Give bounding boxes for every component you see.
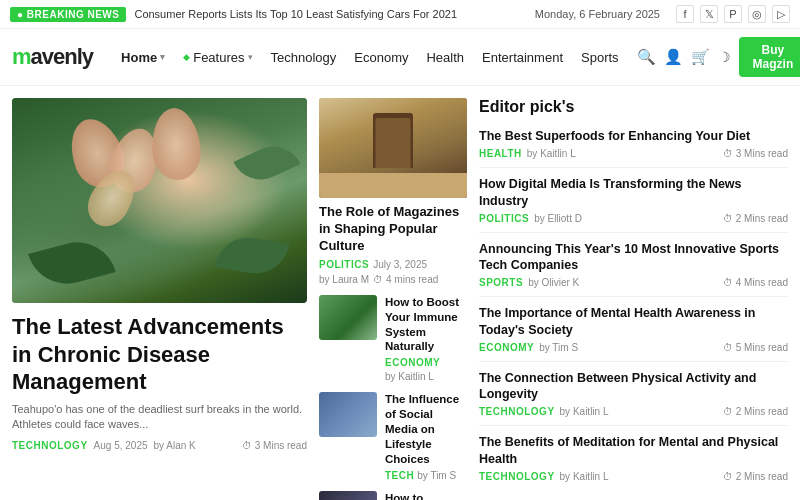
logo-text: avenly: [31, 44, 94, 69]
hero-subtitle: Teahupo'o has one of the deadliest surf …: [12, 402, 307, 433]
small-article-1: The Influence of Social Media on Lifesty…: [319, 392, 467, 481]
breaking-right: Monday, 6 February 2025 f 𝕏 P ◎ ▷: [535, 5, 790, 23]
user-icon[interactable]: 👤: [664, 48, 683, 66]
pick-title-4: The Connection Between Physical Activity…: [479, 370, 788, 403]
clock-icon: ⏱: [723, 213, 733, 224]
cart-icon[interactable]: 🛒: [691, 48, 710, 66]
small-title-2: How to Recognize and Address Burnout: [385, 491, 467, 500]
featured-date: July 3, 2025: [373, 259, 427, 270]
featured-tag[interactable]: POLITICS: [319, 259, 369, 270]
nav-sports[interactable]: Sports: [573, 45, 627, 70]
pick-meta-1: POLITICS by Elliott D ⏱ 2 Mins read: [479, 213, 788, 224]
editor-picks-title: Editor pick's: [479, 98, 788, 116]
pick-item-3: The Importance of Mental Health Awarenes…: [479, 305, 788, 362]
nav-features[interactable]: ◆ Features ▾: [175, 45, 260, 70]
featured-meta: POLITICS July 3, 2025 by Laura M ⏱ 4 min…: [319, 259, 467, 285]
small-content-1: The Influence of Social Media on Lifesty…: [385, 392, 467, 481]
pick-tag-5[interactable]: TECHNOLOGY: [479, 471, 555, 482]
clock-icon: ⏱: [373, 274, 383, 285]
pick-author-4: by Kaitlin L: [560, 406, 609, 417]
featured-author: by Laura M: [319, 274, 369, 285]
small-meta-0: ECONOMY by Kaitlin L: [385, 357, 467, 382]
pick-title-0: The Best Superfoods for Enhancing Your D…: [479, 128, 788, 144]
facebook-icon[interactable]: f: [676, 5, 694, 23]
small-image-0: [319, 295, 377, 340]
hero-author: by Alan K: [154, 440, 196, 451]
diamond-icon: ◆: [183, 52, 190, 62]
featured-read: ⏱ 4 mins read: [373, 274, 438, 285]
youtube-icon[interactable]: ▷: [772, 5, 790, 23]
small-content-0: How to Boost Your Immune System Naturall…: [385, 295, 467, 383]
small-article-2: How to Recognize and Address Burnout SPO…: [319, 491, 467, 500]
middle-column: The Role of Magazines in Shaping Popular…: [319, 98, 467, 500]
pick-author-0: by Kaitlin L: [527, 148, 576, 159]
search-icon[interactable]: 🔍: [637, 48, 656, 66]
pick-tag-2[interactable]: SPORTS: [479, 277, 523, 288]
hero-read-time: ⏱ 3 Mins read: [242, 440, 307, 451]
hero-date: Aug 5, 2025: [94, 440, 148, 451]
pick-title-3: The Importance of Mental Health Awarenes…: [479, 305, 788, 338]
chevron-icon: ▾: [160, 52, 165, 62]
header-actions: 🔍 👤 🛒 ☽ Buy Magzin ≡: [637, 37, 800, 77]
small-tag-1[interactable]: TECH: [385, 470, 414, 481]
clock-icon: ⏱: [723, 148, 733, 159]
pick-author-5: by Kaitlin L: [560, 471, 609, 482]
instagram-icon[interactable]: ◎: [748, 5, 766, 23]
editor-picks: Editor pick's The Best Superfoods for En…: [479, 98, 788, 500]
nav-economy[interactable]: Economy: [346, 45, 416, 70]
featured-article: The Role of Magazines in Shaping Popular…: [319, 98, 467, 285]
pick-meta-5: TECHNOLOGY by Kaitlin L ⏱ 2 Mins read: [479, 471, 788, 482]
small-meta-1: TECH by Tim S: [385, 470, 467, 481]
pick-item-4: The Connection Between Physical Activity…: [479, 370, 788, 427]
small-tag-0[interactable]: ECONOMY: [385, 357, 440, 368]
small-author-0: by Kaitlin L: [385, 371, 434, 382]
small-content-2: How to Recognize and Address Burnout SPO…: [385, 491, 467, 500]
nav-health[interactable]: Health: [418, 45, 472, 70]
pick-read-5: ⏱ 2 Mins read: [723, 471, 788, 482]
pick-read-3: ⏱ 5 Mins read: [723, 342, 788, 353]
breaking-bar: ● BREAKING NEWS Consumer Reports Lists I…: [0, 0, 800, 29]
small-title-0: How to Boost Your Immune System Naturall…: [385, 295, 467, 355]
featured-title: The Role of Magazines in Shaping Popular…: [319, 204, 467, 255]
featured-image: [319, 98, 467, 198]
twitter-icon[interactable]: 𝕏: [700, 5, 718, 23]
pick-read-2: ⏱ 4 Mins read: [723, 277, 788, 288]
clock-icon: ⏱: [723, 471, 733, 482]
pick-title-2: Announcing This Year's 10 Most Innovativ…: [479, 241, 788, 274]
small-image-1: [319, 392, 377, 437]
header: mavenly Home ▾ ◆ Features ▾ Technology E…: [0, 29, 800, 86]
clock-icon: ⏱: [723, 406, 733, 417]
breaking-tag: ● BREAKING NEWS: [10, 7, 126, 22]
clock-icon: ⏱: [723, 277, 733, 288]
hero-meta: TECHNOLOGY Aug 5, 2025 by Alan K ⏱ 3 Min…: [12, 440, 307, 451]
hero-image: [12, 98, 307, 303]
small-article-0: How to Boost Your Immune System Naturall…: [319, 295, 467, 383]
small-author-1: by Tim S: [417, 470, 456, 481]
nav-entertainment[interactable]: Entertainment: [474, 45, 571, 70]
pick-tag-4[interactable]: TECHNOLOGY: [479, 406, 555, 417]
pick-tag-0[interactable]: HEALTH: [479, 148, 522, 159]
hero-article: The Latest Advancements in Chronic Disea…: [12, 98, 307, 500]
pick-tag-1[interactable]: POLITICS: [479, 213, 529, 224]
nav-home[interactable]: Home ▾: [113, 45, 173, 70]
buy-button[interactable]: Buy Magzin: [739, 37, 800, 77]
pick-item-1: How Digital Media Is Transforming the Ne…: [479, 176, 788, 233]
clock-icon: ⏱: [242, 440, 252, 451]
hero-title: The Latest Advancements in Chronic Disea…: [12, 313, 307, 396]
pick-item-5: The Benefits of Meditation for Mental an…: [479, 434, 788, 490]
pinterest-icon[interactable]: P: [724, 5, 742, 23]
logo[interactable]: mavenly: [12, 44, 93, 70]
main-content: The Latest Advancements in Chronic Disea…: [0, 86, 800, 500]
clock-icon: ⏱: [723, 342, 733, 353]
theme-toggle-icon[interactable]: ☽: [718, 49, 731, 65]
pick-title-5: The Benefits of Meditation for Mental an…: [479, 434, 788, 467]
date-display: Monday, 6 February 2025: [535, 8, 660, 20]
pick-tag-3[interactable]: ECONOMY: [479, 342, 534, 353]
pick-meta-2: SPORTS by Olivier K ⏱ 4 Mins read: [479, 277, 788, 288]
nav-technology[interactable]: Technology: [263, 45, 345, 70]
hero-tag[interactable]: TECHNOLOGY: [12, 440, 88, 451]
pick-author-1: by Elliott D: [534, 213, 582, 224]
pick-author-3: by Tim S: [539, 342, 578, 353]
pick-read-1: ⏱ 2 Mins read: [723, 213, 788, 224]
small-title-1: The Influence of Social Media on Lifesty…: [385, 392, 467, 467]
